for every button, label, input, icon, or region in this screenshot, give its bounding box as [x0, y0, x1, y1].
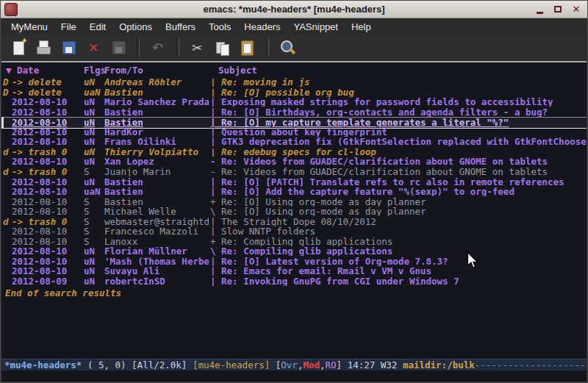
- tool-bar: [1, 35, 587, 62]
- flags-cell: uN: [84, 127, 95, 137]
- flags-cell: uaN: [84, 87, 101, 97]
- modeline-segment-plain: ,: [320, 359, 326, 371]
- date-cell: 2012-08-10: [12, 246, 67, 256]
- message-row[interactable]: 2012-08-10uNMario Sanchez Prada| Exposin…: [1, 97, 587, 107]
- paste-button[interactable]: [238, 38, 257, 57]
- subject-cell: | Re: [O] my capture template generates …: [210, 118, 587, 127]
- date-cell: 2012-08-09: [12, 276, 67, 286]
- menu-tools[interactable]: Tools: [202, 19, 237, 35]
- emacs-window: emacs: *mu4e-headers* [mu4e-headers] ✕ M…: [0, 0, 588, 383]
- subject-cell: | Exposing masked strings for password f…: [210, 97, 587, 107]
- end-of-results: End of search results: [5, 287, 121, 298]
- scrollbar-thumb[interactable]: [1, 117, 4, 128]
- date-cell: -> delete: [12, 87, 62, 97]
- from-cell: Juanjo Marin: [104, 167, 209, 176]
- menu-help[interactable]: Help: [345, 19, 378, 35]
- print-icon: [34, 38, 53, 57]
- save-as-button[interactable]: [109, 38, 128, 57]
- menu-mymenu[interactable]: MyMenu: [4, 19, 54, 35]
- message-row[interactable]: d-> trash 0SJuanjo Marin- Re: Videos fro…: [1, 167, 587, 177]
- flags-cell: S: [84, 217, 90, 226]
- from-cell: Bastien: [104, 107, 209, 117]
- mode-line: *mu4e-headers* ( 5, 0) [All/2.0k] [mu4e-…: [1, 359, 587, 371]
- toolbar-separator: [176, 38, 179, 57]
- from-cell: Florian Müllner: [104, 246, 209, 256]
- date-cell: 2012-08-10: [12, 226, 67, 236]
- subject-cell: | Re: [O] [PATCH] Translate refs to rc a…: [210, 177, 587, 187]
- menu-buffers[interactable]: Buffers: [159, 19, 202, 35]
- from-cell: Bastien: [104, 118, 209, 127]
- close-button[interactable]: ✕: [569, 3, 584, 15]
- subject-cell: | Re: moving in js: [210, 77, 587, 87]
- flags-cell: uN: [84, 107, 95, 117]
- flags-cell: uN: [84, 137, 95, 146]
- modeline-segment-ro: RO: [326, 359, 337, 371]
- mark-cell: D: [3, 87, 9, 97]
- from-cell: Mario Sanchez Prada: [104, 97, 209, 107]
- title-bar[interactable]: emacs: *mu4e-headers* [mu4e-headers] ✕: [1, 1, 587, 18]
- flags-cell: uN: [84, 266, 95, 276]
- date-cell: 2012-08-10: [12, 207, 67, 216]
- from-cell: Bastien: [104, 197, 209, 207]
- menu-file[interactable]: File: [54, 19, 83, 35]
- subject-cell: | Question about key fingerprint: [210, 127, 587, 137]
- subject-cell: | Slow NNTP folders: [210, 226, 587, 236]
- save-button[interactable]: [59, 38, 78, 57]
- flags-cell: S: [84, 207, 90, 216]
- minimize-button[interactable]: [532, 3, 547, 15]
- flags-cell: S: [84, 167, 90, 176]
- date-cell: 2012-08-10: [12, 177, 67, 187]
- search-button[interactable]: [278, 38, 297, 57]
- menu-options[interactable]: Options: [112, 19, 159, 35]
- emacs-app-icon: [4, 3, 18, 16]
- maximize-button[interactable]: [551, 3, 565, 15]
- date-cell: 2012-08-10: [12, 107, 67, 117]
- from-cell: Thierry Volpiatto: [104, 147, 209, 157]
- subject-cell: \ Re: [O] Using org-mode as day planner: [210, 207, 587, 216]
- from-cell: webmaster@straightd...: [104, 217, 209, 226]
- copy-button[interactable]: [213, 38, 232, 57]
- modeline-segment-dashes: --------------------------------------: [475, 359, 587, 371]
- flags-cell: S: [84, 237, 90, 246]
- from-cell: HardKor: [104, 127, 209, 137]
- close-buffer-button[interactable]: [84, 38, 103, 57]
- undo-button[interactable]: [148, 38, 168, 57]
- close-buffer-icon: [84, 38, 103, 57]
- message-row[interactable]: D-> deleteuNAndreas Röhler| Re: moving i…: [1, 77, 587, 87]
- date-cell: -> trash 0: [12, 167, 67, 176]
- print-button[interactable]: [34, 38, 53, 57]
- menu-headers[interactable]: Headers: [237, 19, 287, 35]
- message-row[interactable]: 2012-08-10uNBastien| Re: [O] Birthdays, …: [1, 107, 587, 118]
- subject-cell: - Re: Videos from GUADEC/clarification a…: [210, 157, 587, 166]
- date-cell: 2012-08-10: [12, 187, 67, 196]
- date-cell: 2012-08-10: [12, 237, 67, 246]
- flags-cell: uN: [84, 257, 95, 266]
- window-controls: ✕: [532, 3, 584, 15]
- new-file-icon: [9, 38, 28, 57]
- save-as-icon: [109, 38, 128, 57]
- modeline-segment-plain: ( 5, 0): [82, 359, 132, 371]
- menu-yasnippet[interactable]: YASnippet: [287, 19, 344, 35]
- modeline-segment-buffer: *mu4e-headers*: [4, 359, 82, 371]
- flags-cell: uN: [84, 177, 95, 187]
- subject-cell: | Re: [O] possible org bug: [210, 87, 587, 97]
- message-row[interactable]: 2012-08-10uaNBastien| Re: [O] Add the ca…: [1, 187, 587, 197]
- flags-cell: uN: [84, 157, 95, 166]
- modeline-segment-plain: W32: [381, 359, 403, 371]
- window-title: emacs: *mu4e-headers* [mu4e-headers]: [1, 4, 587, 15]
- new-file-button[interactable]: [9, 38, 28, 57]
- from-cell: 'Mash (Thomas Herbert): [104, 257, 209, 266]
- cut-button[interactable]: [188, 38, 207, 57]
- from-cell: robertcInSD: [104, 276, 209, 286]
- toolbar-separator: [266, 38, 269, 57]
- from-cell: Frans Oilinki: [104, 137, 209, 146]
- copy-icon: [213, 38, 232, 57]
- flags-cell: S: [84, 226, 90, 236]
- date-cell: 2012-08-10: [12, 157, 67, 166]
- date-cell: 2012-08-10: [12, 266, 67, 276]
- modeline-segment-plain: [All/2.0k]: [132, 359, 193, 371]
- mark-cell: d: [3, 167, 9, 176]
- message-row[interactable]: 2012-08-09uNrobertcInSD| Re: Invoking Gn…: [1, 276, 587, 287]
- menu-edit[interactable]: Edit: [83, 19, 112, 35]
- subject-cell: + Re: [O] Using org-mode as day planner: [210, 197, 587, 207]
